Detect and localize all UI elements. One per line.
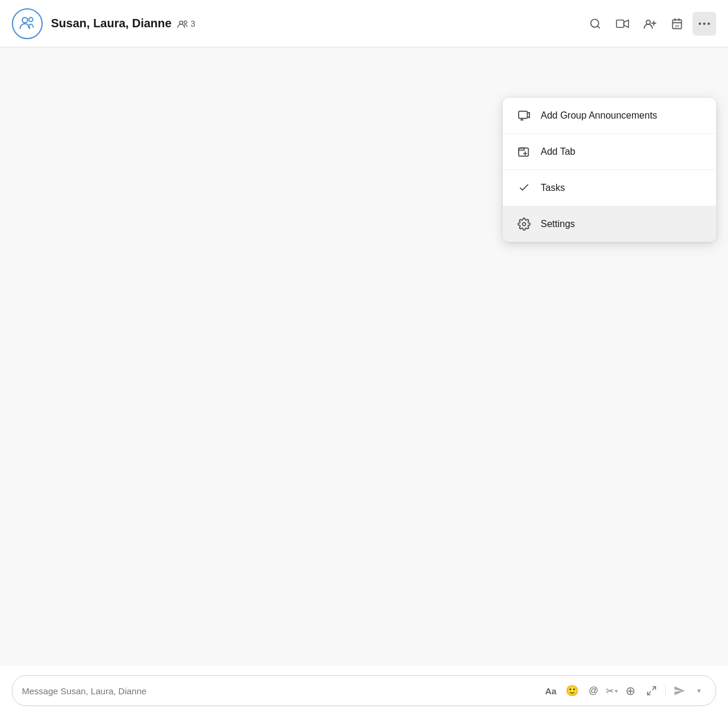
emoji-icon: 🙂 bbox=[566, 684, 579, 697]
tasks-icon bbox=[517, 181, 531, 195]
calendar-icon: 14 bbox=[671, 18, 683, 30]
message-input-area: Aa 🙂 @ ✂ ▾ ⊕ bbox=[0, 666, 728, 718]
svg-point-0 bbox=[23, 17, 28, 23]
expand-button[interactable] bbox=[643, 682, 660, 700]
input-divider bbox=[665, 685, 666, 697]
more-options-button[interactable] bbox=[692, 12, 716, 36]
svg-point-18 bbox=[707, 22, 710, 24]
message-input-box: Aa 🙂 @ ✂ ▾ ⊕ bbox=[12, 675, 716, 706]
send-icon bbox=[673, 685, 685, 697]
emoji-button[interactable]: 🙂 bbox=[563, 682, 581, 700]
message-input[interactable] bbox=[22, 686, 537, 696]
chat-title: Susan, Laura, Dianne 3 bbox=[51, 17, 583, 30]
input-actions: Aa 🙂 @ ✂ ▾ ⊕ bbox=[542, 682, 706, 700]
svg-point-3 bbox=[184, 21, 187, 24]
chat-title-area: Susan, Laura, Dianne 3 bbox=[51, 17, 583, 30]
add-content-icon: ⊕ bbox=[625, 684, 636, 698]
svg-line-5 bbox=[598, 25, 600, 28]
svg-point-16 bbox=[698, 22, 701, 24]
svg-line-26 bbox=[653, 687, 656, 690]
svg-point-8 bbox=[646, 20, 650, 24]
chat-container: Susan, Laura, Dianne 3 bbox=[0, 0, 728, 718]
format-text-label: Aa bbox=[545, 686, 556, 696]
send-dropdown-button[interactable]: ▾ bbox=[692, 682, 706, 700]
add-people-button[interactable] bbox=[638, 12, 662, 36]
chat-body: Add Group Announcements Add Tab bbox=[0, 47, 728, 666]
svg-marker-7 bbox=[624, 20, 628, 27]
video-icon bbox=[616, 18, 629, 29]
calendar-button[interactable]: 14 bbox=[665, 12, 689, 36]
video-call-button[interactable] bbox=[611, 12, 634, 36]
member-count: 3 bbox=[177, 19, 195, 28]
svg-point-25 bbox=[522, 222, 526, 226]
settings-label: Settings bbox=[541, 219, 575, 229]
search-icon bbox=[589, 18, 601, 30]
add-tab-label: Add Tab bbox=[541, 146, 575, 157]
send-chevron-icon: ▾ bbox=[697, 687, 701, 695]
announcement-icon bbox=[517, 109, 531, 123]
dropdown-item-add-tab[interactable]: Add Tab bbox=[503, 134, 716, 170]
svg-rect-22 bbox=[519, 148, 529, 157]
mention-icon: @ bbox=[589, 685, 598, 696]
add-content-button[interactable]: ⊕ bbox=[621, 682, 639, 700]
tab-icon bbox=[517, 145, 531, 159]
expand-icon bbox=[646, 685, 657, 696]
scissors-icon: ✂ bbox=[606, 685, 614, 697]
svg-point-17 bbox=[703, 22, 705, 24]
dropdown-item-tasks[interactable]: Tasks bbox=[503, 170, 716, 206]
attach-chevron-icon: ▾ bbox=[615, 688, 618, 694]
svg-point-1 bbox=[29, 17, 33, 21]
avatar bbox=[12, 8, 43, 39]
dropdown-item-settings[interactable]: Settings bbox=[503, 206, 716, 242]
add-person-icon bbox=[643, 18, 656, 30]
attach-button[interactable]: ✂ ▾ bbox=[606, 685, 618, 697]
svg-text:14: 14 bbox=[675, 24, 679, 27]
mention-button[interactable]: @ bbox=[585, 682, 602, 700]
search-button[interactable] bbox=[583, 12, 607, 36]
svg-line-27 bbox=[647, 692, 650, 695]
chat-header: Susan, Laura, Dianne 3 bbox=[0, 0, 728, 47]
member-count-value: 3 bbox=[190, 19, 195, 28]
send-button[interactable] bbox=[670, 682, 688, 700]
tasks-label: Tasks bbox=[541, 183, 565, 193]
settings-icon bbox=[517, 217, 531, 231]
format-text-button[interactable]: Aa bbox=[542, 682, 560, 700]
members-icon bbox=[177, 19, 188, 28]
dropdown-menu: Add Group Announcements Add Tab bbox=[503, 98, 716, 242]
dropdown-item-add-group-announcements[interactable]: Add Group Announcements bbox=[503, 98, 716, 134]
more-icon bbox=[698, 22, 710, 25]
chat-name: Susan, Laura, Dianne bbox=[51, 17, 171, 30]
group-avatar-icon bbox=[19, 14, 36, 33]
svg-rect-6 bbox=[617, 20, 624, 27]
add-group-announcements-label: Add Group Announcements bbox=[541, 110, 657, 121]
header-actions: 14 bbox=[583, 12, 716, 36]
svg-rect-19 bbox=[519, 111, 528, 119]
